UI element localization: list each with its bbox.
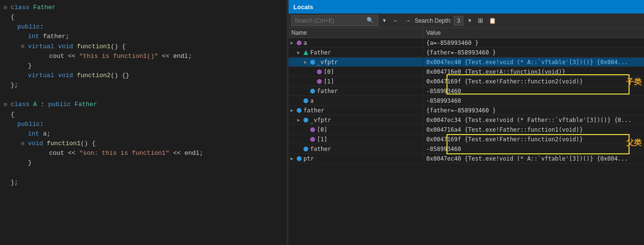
expand-toggle[interactable]: ▶: [297, 50, 302, 55]
code-token: Father: [75, 100, 97, 109]
search-box[interactable]: 🔍: [291, 15, 378, 26]
var-name: father: [317, 88, 338, 95]
code-line: public :: [0, 22, 287, 32]
code-token: };: [11, 81, 18, 90]
var-name: [0]: [317, 126, 328, 133]
code-token: function1: [47, 139, 80, 149]
table-row[interactable]: [1] 0x0047169f {Test.exe!Father::functio…: [289, 77, 644, 86]
code-token: void: [58, 71, 77, 81]
expand-toggle[interactable]: ▶: [290, 156, 295, 161]
var-icon: [310, 127, 315, 132]
expand-toggle[interactable]: ▶: [290, 108, 295, 113]
row-name-a: ▶ a: [289, 39, 423, 47]
var-name: [1]: [324, 78, 334, 85]
code-token: function2: [77, 71, 110, 81]
code-token: :: [40, 22, 44, 32]
code-token: int: [28, 129, 43, 139]
export-btn[interactable]: 📋: [487, 17, 498, 25]
code-line: {: [0, 110, 287, 120]
code-token: {: [11, 13, 14, 22]
var-icon: [303, 147, 308, 151]
code-token: void: [28, 139, 47, 149]
row-name-father-arr0: [0]: [289, 126, 423, 134]
code-line: };: [0, 178, 287, 188]
expand-placeholder: [11, 23, 17, 31]
table-row[interactable]: ▶ father {father=-858993460 }: [289, 106, 644, 115]
var-icon: [310, 60, 315, 65]
table-row-vfptr[interactable]: ▶ _vfptr 0x0047ec40 {Test.exe!void (* A:…: [289, 57, 644, 67]
row-value-ptr: 0x0047ec40 {Test.exe!void (* A::`vftable…: [423, 155, 644, 163]
settings-btn[interactable]: ⊞: [476, 16, 485, 25]
var-name: ptr: [303, 155, 314, 162]
code-token: "son: this is function1": [79, 149, 169, 158]
expand-icon[interactable]: ⊟: [4, 101, 11, 109]
expand-placeholder: [21, 72, 28, 80]
locals-toolbar: 🔍 ▼ ← → Search Depth: 3 ▼ ⊞ 📋: [289, 14, 644, 28]
code-line: ⊟ class A : public Father: [0, 100, 287, 109]
var-name: a: [310, 97, 314, 104]
code-line: ⊟ void function1 () {: [0, 139, 287, 149]
table-row[interactable]: [1] 0x0047169f {Test.exe!Father::functio…: [289, 135, 644, 144]
nav-back-btn[interactable]: ←: [391, 16, 401, 25]
expand-placeholder: [21, 33, 28, 41]
table-row[interactable]: a -858993460: [289, 96, 644, 106]
row-value-father-field: -858993460: [423, 87, 644, 95]
var-name: [0]: [324, 68, 334, 75]
expand-icon[interactable]: ⊟: [21, 42, 28, 51]
search-input[interactable]: [294, 17, 367, 24]
depth-dropdown-btn[interactable]: ▼: [465, 17, 474, 24]
expand-toggle[interactable]: ▶: [304, 59, 309, 65]
depth-value: 3: [454, 16, 464, 26]
depth-label: Search Depth:: [415, 17, 452, 24]
nav-forward-btn[interactable]: →: [403, 16, 413, 25]
var-icon: [297, 108, 302, 113]
expand-icon[interactable]: ⊟: [21, 140, 28, 148]
column-name-header: Name: [289, 28, 423, 38]
var-name: father: [310, 146, 331, 152]
table-row[interactable]: [0] 0x004716e0 {Test.exe!A::function1(vo…: [289, 67, 644, 77]
code-token: virtual: [28, 42, 58, 52]
var-icon: [303, 50, 308, 55]
search-icon: 🔍: [367, 17, 374, 24]
code-token: int: [28, 32, 43, 41]
row-value-arr1: 0x0047169f {Test.exe!Father::function2(v…: [423, 78, 644, 85]
table-row[interactable]: [0] 0x004716a4 {Test.exe!Father::functio…: [289, 125, 644, 135]
code-token: {: [11, 110, 14, 120]
row-value-father-obj: {father=-858993460 }: [423, 107, 644, 114]
table-row[interactable]: ▶ Father {father=-858993460 }: [289, 48, 644, 57]
row-name-father-arr1: [1]: [289, 136, 423, 143]
code-panel: ⊟ class Father { public : int father; ⊟ …: [0, 0, 287, 245]
search-dropdown-btn[interactable]: ▼: [380, 17, 389, 24]
expand-placeholder: [11, 120, 17, 128]
expand-placeholder: [42, 150, 49, 158]
code-line: int a;: [0, 129, 287, 139]
code-token: function1: [77, 42, 110, 52]
expand-placeholder: [21, 130, 28, 138]
row-name-a-field: a: [289, 97, 423, 105]
code-token: () {: [80, 139, 95, 149]
code-line: int father;: [0, 32, 287, 41]
table-row[interactable]: father -858993460: [289, 144, 644, 154]
var-name: _vfptr: [310, 117, 331, 123]
table-row[interactable]: ▶ ptr 0x0047ec40 {Test.exe!void (* A::`v…: [289, 154, 644, 163]
code-token: virtual: [28, 71, 58, 81]
table-row[interactable]: ▶ a {a=-858993460 }: [289, 38, 644, 48]
expand-placeholder: [42, 52, 49, 60]
row-value-father-field2: -858993460: [423, 145, 644, 153]
code-token: :: [37, 100, 48, 109]
expand-toggle[interactable]: ▶: [297, 117, 302, 122]
table-row[interactable]: ▶ _vfptr 0x0047ec34 {Test.exe!void (* Fa…: [289, 115, 644, 125]
row-name-arr1: [1]: [289, 78, 423, 85]
code-token: class: [11, 3, 33, 13]
locals-title: Locals: [293, 3, 313, 11]
expand-toggle: [304, 127, 309, 132]
expand-icon[interactable]: ⊟: [4, 4, 11, 12]
code-line: ⊟ virtual void function1 () {: [0, 42, 287, 52]
table-row[interactable]: father -858993460: [289, 86, 644, 96]
code-token: cout: [49, 149, 68, 158]
row-value-father-child: {father=-858993460 }: [423, 49, 644, 56]
code-token: public: [17, 22, 40, 32]
code-token: };: [11, 178, 18, 188]
column-value-header: Value: [423, 28, 644, 38]
expand-toggle[interactable]: ▶: [290, 40, 295, 45]
